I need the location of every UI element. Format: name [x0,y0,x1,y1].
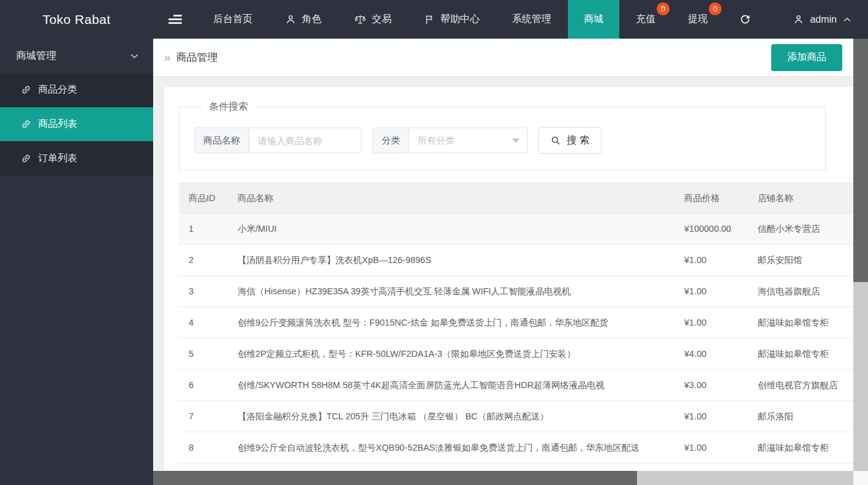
cell-store: 邮乐安阳馆 [748,245,853,276]
table-row[interactable]: 4创维9公斤变频滚筒洗衣机 型号：F9015NC-炫金 如皋免费送货上门，南通包… [179,307,853,338]
user-icon [793,13,804,25]
nav-label: 系统管理 [512,13,551,26]
add-product-button[interactable]: 添加商品 [771,44,842,71]
sidebar-item-label: 商品列表 [38,118,77,131]
horizontal-scrollbar-thumb[interactable] [153,471,637,485]
cell-name: 小米/MIUI [228,213,674,245]
hamburger-icon [168,15,182,24]
sidebar-item-label: 商品分类 [38,83,77,96]
nav-item-roles[interactable]: 角色 [268,0,338,39]
nav-label: 提现 [688,13,708,26]
scales-icon [354,13,366,26]
withdraw-count-badge: 0 [709,2,722,15]
nav-label: 充值 [636,13,655,26]
nav-label: 帮助中心 [440,13,480,26]
table-row[interactable]: 8创维9公斤全自动波轮洗衣机，型号XQB90-52BAS淡雅银如皋免费送货上门，… [179,432,853,464]
cell-store: 邮乐洛阳 [748,401,853,432]
search-button[interactable]: 搜 索 [538,127,602,154]
username: admin [810,14,837,25]
nav-item-recharge[interactable]: 充值 0 [619,0,671,39]
product-name-input[interactable] [249,128,361,153]
cell-id: 2 [179,245,228,276]
table-row[interactable]: 5创维2P定频立式柜机，型号：KFR-50LW/F2DA1A-3（限如皋地区免费… [179,338,853,370]
cell-store: 邮滋味如皋馆专柜 [748,432,853,464]
page-header: » 商品管理 添加商品 [153,39,853,77]
cell-id: 6 [179,370,228,401]
cell-store: 信酷小米专营店 [748,213,853,245]
category-select[interactable]: 所有分类 [409,128,527,153]
cell-price: ¥4.00 [674,338,748,370]
table-header-row: 商品ID 商品名称 商品价格 店铺名称 [179,183,853,213]
search-button-label: 搜 索 [567,134,590,147]
brand-logo: Toko Rabat [0,0,153,39]
nav-label: 交易 [372,13,391,26]
cell-id: 4 [179,307,228,338]
cell-store: 邮滋味如皋馆专柜 [748,307,853,338]
content-card: 条件搜索 商品名称 分类 所有分类 [164,87,853,471]
column-header-name: 商品名称 [228,183,674,213]
nav-item-transactions[interactable]: 交易 [338,0,407,39]
cell-id: 8 [179,432,228,464]
page-title: 商品管理 [176,50,218,64]
sidebar-item-label: 订单列表 [38,152,77,165]
nav-label: 商城 [584,13,603,26]
table-row[interactable]: 7【洛阳金融积分兑换】TCL 205升 三门电冰箱 （星空银） BC（邮政网点配… [179,401,853,432]
product-name-group: 商品名称 [194,128,361,153]
chevron-up-icon [842,15,852,25]
sidebar-item-order-list[interactable]: 订单列表 [0,142,153,176]
cell-name: 创维2P定频立式柜机，型号：KFR-50LW/F2DA1A-3（限如皋地区免费送… [228,338,674,370]
cell-store: 海信电器旗舰店 [748,276,853,307]
cell-store: 邮滋味如皋馆专柜 [748,338,853,370]
cell-id: 1 [179,213,228,245]
search-form: 商品名称 分类 所有分类 [194,127,810,154]
table-row[interactable]: 2【汤阴县积分用户专享】洗衣机XpB—126-9896S¥1.00邮乐安阳馆 [179,245,853,276]
nav-label: 后台首页 [213,13,252,26]
category-selected-value: 所有分类 [418,135,455,147]
scrollbar-corner [853,471,868,485]
sidebar-item-product-categories[interactable]: 商品分类 [0,73,153,107]
cell-store: 创维电视官方旗舰店 [748,370,853,401]
table-row[interactable]: 6创维/SKYWORTH 58H8M 58英寸4K超高清全面屏防蓝光人工智能语音… [179,370,853,401]
sidebar-item-product-list[interactable]: 商品列表 [0,107,153,142]
vertical-scrollbar[interactable] [853,39,868,471]
nav-item-help-center[interactable]: 帮助中心 [407,0,496,39]
top-navigation: 后台首页 角色 交 [153,0,868,39]
sidebar-toggle-button[interactable] [153,0,197,39]
table-row[interactable]: 1小米/MIUI¥100000.00信酷小米专营店 [179,213,853,245]
cell-id: 3 [179,276,228,307]
cell-name: 【洛阳金融积分兑换】TCL 205升 三门电冰箱 （星空银） BC（邮政网点配送… [228,401,674,432]
cell-price: ¥1.00 [674,276,748,307]
nav-item-system-management[interactable]: 系统管理 [496,0,567,39]
nav-item-withdraw[interactable]: 提现 0 [671,0,723,39]
link-icon [18,151,33,166]
cell-name: 创维/SKYWORTH 58H8M 58英寸4K超高清全面屏防蓝光人工智能语音H… [228,370,674,401]
flag-icon [424,14,435,25]
topbar: Toko Rabat 后台首页 角色 [0,0,868,39]
cell-name: 创维9公斤变频滚筒洗衣机 型号：F9015NC-炫金 如皋免费送货上门，南通包邮… [228,307,674,338]
cell-name: 【汤阴县积分用户专享】洗衣机XpB—126-9896S [228,245,674,276]
refresh-button[interactable] [723,0,766,39]
nav-item-dashboard[interactable]: 后台首页 [197,0,268,39]
main-area: » 商品管理 添加商品 条件搜索 商品名称 分类 [153,39,868,485]
table-row[interactable]: 3海信（Hisense）HZ39E35A 39英寸高清手机交互 轻薄金属 WIF… [179,276,853,307]
cell-name: 创维9公斤全自动波轮洗衣机，型号XQB90-52BAS淡雅银如皋免费送货上门，南… [228,432,674,464]
user-menu[interactable]: admin [776,0,868,39]
sidebar-group-mall-management[interactable]: 商城管理 [0,39,153,73]
column-header-store: 店铺名称 [748,183,853,213]
caret-down-icon [512,139,519,143]
app-window: Toko Rabat 后台首页 角色 [0,0,868,485]
nav-item-mall[interactable]: 商城 [567,0,619,39]
recharge-count-badge: 0 [657,2,670,15]
breadcrumb: » 商品管理 [164,50,218,64]
vertical-scrollbar-thumb[interactable] [853,39,868,282]
cell-price: ¥1.00 [674,307,748,338]
cell-price: ¥3.00 [674,370,748,401]
nav-label: 角色 [302,13,322,26]
breadcrumb-chevrons-icon: » [164,52,171,63]
product-table: 商品ID 商品名称 商品价格 店铺名称 1小米/MIUI¥100000.00信酷… [179,183,853,464]
search-panel: 条件搜索 商品名称 分类 所有分类 [179,101,826,170]
cell-name: 海信（Hisense）HZ39E35A 39英寸高清手机交互 轻薄金属 WIFI… [228,276,674,307]
horizontal-scrollbar[interactable] [153,471,853,485]
search-icon [550,135,561,146]
sidebar-group-label: 商城管理 [16,49,56,63]
